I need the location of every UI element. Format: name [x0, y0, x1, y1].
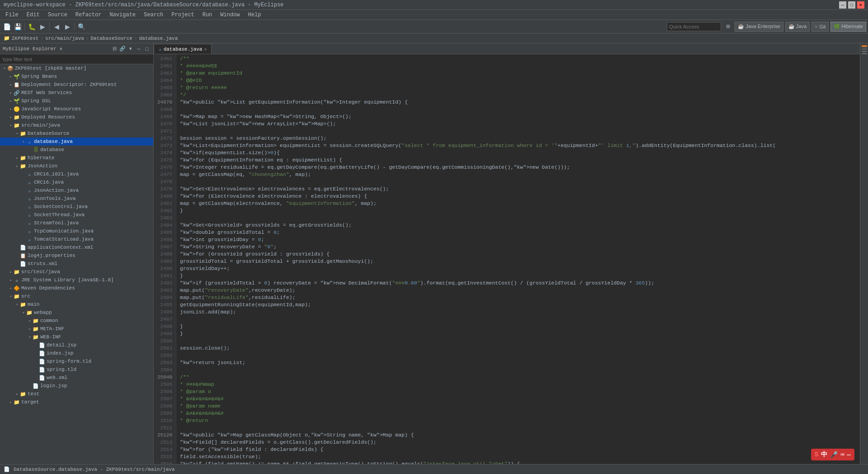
menu-source[interactable]: Source [44, 11, 71, 19]
tree-item[interactable]: ▸📋Deployment Descriptor: ZKP69test [0, 81, 153, 89]
save-btn[interactable]: 💾 [13, 22, 23, 32]
tree-item[interactable]: 📄login.jsp [0, 382, 153, 390]
minimize-button[interactable]: ─ [839, 1, 846, 9]
code-content[interactable]: /** * #####&##EE * @param equipmentId * … [176, 54, 860, 464]
tree-file-icon: 📁 [26, 309, 33, 316]
new-btn[interactable]: 📄 [2, 22, 12, 32]
debug-btn[interactable]: 🐛 [27, 22, 37, 32]
explorer-max-btn[interactable]: □ [143, 45, 151, 52]
tree-file-icon: 📁 [33, 334, 39, 340]
editor-tab-database[interactable]: ☕ database.java ✕ [154, 44, 212, 54]
tree-item[interactable]: 🗄database [0, 146, 153, 154]
menu-navigate[interactable]: Navigate [106, 11, 139, 19]
menu-refactor[interactable]: Refactor [72, 11, 105, 19]
tree-item[interactable]: ▸📁common [0, 317, 153, 325]
tree-item[interactable]: ☕TcpComunication.java [0, 227, 153, 235]
tree-item[interactable]: ☕TomcatStartLoad.java [0, 235, 153, 243]
back-btn[interactable]: ◀ [52, 22, 61, 32]
tree-item[interactable]: 📄spring-form.tld [0, 357, 153, 365]
explorer-collapse-btn[interactable]: ⊟ [111, 45, 118, 52]
tree-item[interactable]: ▸📁src/test/java [0, 268, 153, 276]
menu-run[interactable]: Run [199, 11, 216, 19]
tree-item[interactable]: ▸🌱Spring DSL [0, 97, 153, 105]
tree-item[interactable]: ☕JsonAction.java [0, 186, 153, 194]
tree-item[interactable]: ▾📁src [0, 292, 153, 300]
tree-item[interactable]: ▸🟡JavaScript Resources [0, 105, 153, 113]
ime-indicator[interactable]: S 中 🎤 ⌨ ⋯ [811, 449, 854, 460]
code-line [180, 128, 856, 135]
tree-file-icon: 🟡 [14, 106, 20, 112]
tree-item-label: web.xml [47, 375, 67, 380]
tree-item[interactable]: ▾📁WEB-INF [0, 333, 153, 341]
tree-item[interactable]: ▾📁webapp [0, 308, 153, 317]
tree-item[interactable]: ▾📁main [0, 300, 153, 308]
tree-item[interactable]: ▸🔗REST Web Services [0, 89, 153, 97]
tree-container[interactable]: ▾📦ZKP69test [zkp69 master]▸🌱Spring Beans… [0, 64, 153, 464]
maximize-button[interactable]: □ [848, 1, 855, 9]
tree-item[interactable]: ▸📁test [0, 390, 153, 398]
tree-item[interactable]: ▸📁Deployed Resources [0, 113, 153, 121]
fwd-btn[interactable]: ▶ [62, 22, 72, 32]
tree-item[interactable]: ▸☕JRE System Library [JavaSE-1.8] [0, 276, 153, 284]
tree-item[interactable]: ▾☕database.java [0, 137, 153, 146]
menu-edit[interactable]: Edit [23, 11, 43, 19]
code-line: "kw">Set<GrossYield> grossYields = eq.ge… [180, 222, 856, 229]
line-number: 2487 [154, 243, 174, 251]
explorer-min-btn[interactable]: ─ [135, 45, 142, 52]
tree-item[interactable]: ▾📦ZKP69test [zkp69 master] [0, 64, 153, 72]
tree-item[interactable]: 📄index.jsp [0, 349, 153, 357]
menu-help[interactable]: Help [245, 11, 265, 19]
tree-item[interactable]: ☕CRC16_1021.java [0, 170, 153, 178]
tree-item[interactable]: ▸📁target [0, 398, 153, 406]
tree-item[interactable]: 📄struts.xml [0, 260, 153, 268]
tree-item[interactable]: ☕SocketControl.java [0, 203, 153, 211]
tree-item[interactable]: ▸📁hibernate [0, 154, 153, 162]
tree-item[interactable]: ▸🔶Maven Dependencies [0, 284, 153, 292]
menu-window[interactable]: Window [217, 11, 243, 19]
tree-item[interactable]: ▾📁src/main/java [0, 121, 153, 129]
tree-item[interactable]: 📄web.xml [0, 374, 153, 382]
tree-arrow [27, 383, 33, 389]
tree-item[interactable]: 📄detail.jsp [0, 341, 153, 349]
perspective-git[interactable]: ⑂ Git [811, 22, 829, 32]
line-number: 2479 [154, 185, 174, 193]
quick-access-input[interactable] [667, 22, 721, 31]
breadcrumb-main-java[interactable]: src/main/java [45, 36, 84, 41]
tree-item[interactable]: ☕StreamTool.java [0, 219, 153, 227]
tree-item[interactable]: ▸📁META-INF [0, 325, 153, 333]
perspective-icon[interactable]: ⊞ [723, 22, 733, 32]
tree-item[interactable]: 📋log4j.properties [0, 251, 153, 260]
ime-keyboard[interactable]: ⌨ [840, 451, 844, 459]
search-btn[interactable]: 🔍 [76, 22, 86, 32]
tree-arrow [14, 245, 20, 250]
tab-close[interactable]: ✕ [204, 47, 207, 52]
tree-arrow [21, 228, 26, 234]
code-line: "kw">for (GrossYield grossYield : grossY… [180, 251, 856, 258]
perspective-java[interactable]: ☕ Java [785, 22, 810, 32]
tree-item[interactable]: ☕CRC16.java [0, 178, 153, 186]
tree-item-label: REST Web Services [21, 90, 72, 95]
tree-item[interactable]: ☕SocketThread.java [0, 211, 153, 219]
menu-project[interactable]: Project [168, 11, 198, 19]
explorer-menu-btn[interactable]: ▾ [127, 45, 134, 52]
run-btn[interactable]: ▶ [38, 22, 47, 32]
perspective-hibernate[interactable]: 🌿 Hibernate [830, 22, 866, 32]
breadcrumb-database-java[interactable]: database.java [139, 36, 178, 41]
menu-file[interactable]: File [2, 11, 22, 19]
explorer-link-btn[interactable]: 🔗 [119, 45, 126, 52]
breadcrumb-zkp69[interactable]: ZKP69test [12, 36, 38, 41]
filter-input[interactable] [0, 54, 153, 64]
breadcrumb-database-source[interactable]: DatabaseSource [90, 36, 132, 41]
ime-more[interactable]: ⋯ [847, 451, 851, 459]
perspective-java-enterprise[interactable]: ☕ Java Enterprise [735, 22, 783, 32]
tree-item[interactable]: ▸📁JsonAction [0, 162, 153, 170]
tree-item[interactable]: 📄spring.tld [0, 365, 153, 374]
tree-item[interactable]: 📄applicationContext.xml [0, 243, 153, 251]
close-button[interactable]: ✕ [857, 1, 864, 9]
tree-item[interactable]: ☕JsonTools.java [0, 194, 153, 203]
tree-item[interactable]: ▾📁DatabaseSource [0, 129, 153, 137]
tree-item[interactable]: ▸🌱Spring Beans [0, 72, 153, 81]
ime-mic[interactable]: 🎤 [830, 451, 838, 459]
tree-arrow: ▸ [8, 277, 14, 283]
menu-search[interactable]: Search [140, 11, 167, 19]
